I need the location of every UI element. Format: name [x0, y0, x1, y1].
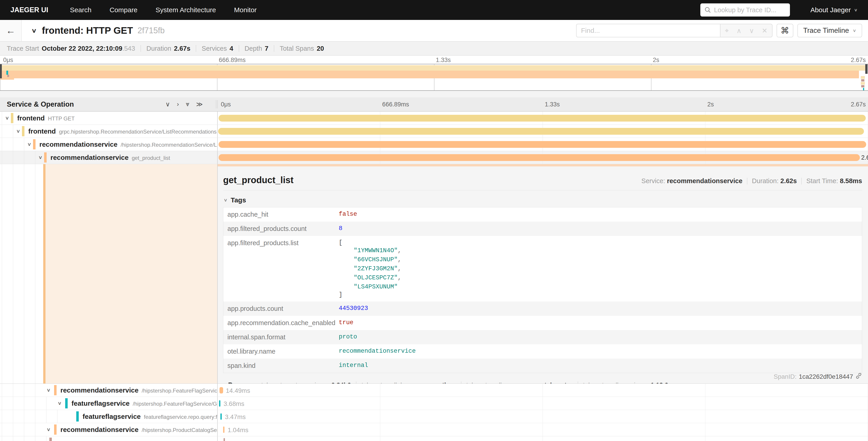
- clear-find-icon[interactable]: ✕: [762, 27, 768, 35]
- chevron-right-icon: ›: [223, 382, 225, 384]
- span-bar[interactable]: [219, 154, 860, 161]
- tags-section-header[interactable]: ∨ Tags: [223, 196, 862, 204]
- span-row[interactable]: ∨ recommendationservice/hipstershop.Feat…: [0, 384, 868, 397]
- collapse-trace-chevron-icon[interactable]: ∨: [31, 27, 37, 34]
- selected-span-accent-stripe: [43, 164, 45, 383]
- process-row[interactable]: › Process: telemetry.auto.version=0.34b0…: [223, 381, 862, 383]
- span-row-selected[interactable]: ∨ recommendationserviceget_product_list …: [0, 151, 868, 164]
- prev-match-icon[interactable]: ∧: [737, 27, 742, 35]
- minimap-left-scrub-handle[interactable]: [0, 64, 2, 78]
- trace-id-search-input[interactable]: [714, 6, 786, 14]
- span-tree-cell[interactable]: featureflagservicefeatureflagservice.rep…: [0, 410, 218, 423]
- link-icon[interactable]: [855, 373, 862, 381]
- span-tree-cell[interactable]: ∨ frontendgrpc.hipstershop.Recommendatio…: [0, 125, 218, 138]
- tick-label: 666.89ms: [382, 101, 409, 108]
- trace-start-value: October 22 2022, 22:10:09: [42, 45, 122, 52]
- span-service: featureflagservice/hipstershop.FeatureFl…: [71, 400, 218, 407]
- span-timeline-cell[interactable]: 3.68ms: [218, 397, 868, 410]
- span-duration-label: 14.49ms: [226, 387, 250, 394]
- nav-item-system-architecture[interactable]: System Architecture: [156, 6, 216, 14]
- span-row[interactable]: ∨ recommendationservice/hipstershop.Prod…: [0, 423, 868, 436]
- span-row-partial[interactable]: [0, 436, 868, 441]
- span-tree-cell[interactable]: ∨ recommendationservice/hipstershop.Prod…: [0, 423, 218, 436]
- span-tree-cell[interactable]: ∨ recommendationservice/hipstershop.Reco…: [0, 138, 218, 151]
- span-bar[interactable]: [219, 115, 866, 122]
- span-bar[interactable]: [219, 400, 220, 407]
- span-row[interactable]: featureflagservicefeatureflagservice.rep…: [0, 410, 868, 423]
- collapse-one-icon[interactable]: ∨: [165, 100, 170, 108]
- span-tree-cell[interactable]: [0, 436, 218, 441]
- span-timeline-cell[interactable]: 1.04ms: [218, 423, 868, 436]
- span-row[interactable]: ∨ recommendationservice/hipstershop.Reco…: [0, 138, 868, 151]
- span-tree-cell[interactable]: ∨ recommendationserviceget_product_list: [0, 151, 218, 164]
- span-bar[interactable]: [219, 387, 223, 393]
- trace-view-dropdown[interactable]: Trace Timeline ∨: [797, 24, 862, 37]
- span-timeline-cell[interactable]: 2.62s: [218, 151, 868, 164]
- span-bar[interactable]: [223, 427, 224, 433]
- services-label: Services: [202, 45, 227, 52]
- selected-span-accent-fill: [45, 164, 217, 383]
- span-tree-cell[interactable]: ∨ frontendHTTP GET: [0, 112, 218, 124]
- chevron-down-icon[interactable]: ∨: [27, 142, 31, 147]
- span-operation: HTTP GET: [48, 115, 75, 122]
- expand-one-icon[interactable]: ›: [177, 100, 179, 108]
- trace-minimap[interactable]: [0, 64, 868, 91]
- tag-row: app.recommendation.cache_enabled true: [223, 316, 862, 330]
- span-tree-cell[interactable]: ∨ recommendationservice/hipstershop.Feat…: [0, 384, 218, 396]
- divider: [578, 381, 578, 384]
- chevron-down-icon[interactable]: ∨: [58, 401, 62, 406]
- chevron-down-icon[interactable]: ∨: [46, 387, 51, 393]
- span-bar[interactable]: [220, 413, 222, 420]
- minimap-span-mark: [861, 79, 864, 82]
- minimap-right-scrub-handle[interactable]: [865, 64, 868, 74]
- span-service: frontendHTTP GET: [17, 114, 75, 122]
- tag-row: span.kind internal: [223, 359, 862, 373]
- nav-item-search[interactable]: Search: [70, 6, 91, 14]
- span-service: featureflagservicefeatureflagservice.rep…: [83, 413, 218, 420]
- span-operation: grpc.hipstershop.RecommendationService/L…: [59, 128, 217, 135]
- trace-view-label: Trace Timeline: [803, 27, 849, 35]
- minimap-span-mark: [861, 76, 865, 79]
- span-row[interactable]: ∨ frontendHTTP GET: [0, 112, 868, 125]
- trace-title: frontend: HTTP GET: [42, 25, 133, 36]
- chevron-down-icon[interactable]: ∨: [5, 115, 9, 121]
- minimap-span-band: [0, 65, 866, 70]
- expand-all-icon[interactable]: ≫: [196, 100, 203, 108]
- span-detail-block: get_product_list Service: recommendation…: [0, 164, 868, 384]
- detail-meta: Service: recommendationservice Duration:…: [642, 177, 862, 185]
- process-label: Process:: [228, 381, 256, 383]
- trace-summary-bar: Trace Start October 22 2022, 22:10:09 .5…: [0, 42, 868, 56]
- span-row[interactable]: ∨ featureflagservice/hipstershop.Feature…: [0, 397, 868, 410]
- chevron-down-icon[interactable]: ∨: [38, 155, 42, 160]
- span-timeline-cell[interactable]: [218, 436, 868, 441]
- collapse-all-icon[interactable]: ⩔: [186, 100, 189, 108]
- span-bar[interactable]: [219, 141, 866, 148]
- span-row[interactable]: ∨ frontendgrpc.hipstershop.Recommendatio…: [0, 125, 868, 138]
- span-timeline-cell[interactable]: [218, 112, 868, 124]
- about-jaeger-menu[interactable]: About Jaeger ∨: [810, 6, 858, 14]
- column-resize-grip[interactable]: [216, 100, 218, 109]
- focus-match-icon[interactable]: ⌖: [725, 27, 729, 35]
- span-timeline-cell[interactable]: 3.47ms: [218, 410, 868, 423]
- tag-value: false: [339, 211, 357, 218]
- nav-item-monitor[interactable]: Monitor: [234, 6, 257, 14]
- span-timeline-cell[interactable]: 14.49ms: [218, 384, 868, 396]
- span-timeline-cell[interactable]: [218, 138, 868, 151]
- span-timeline-cell[interactable]: [218, 125, 868, 138]
- span-tree-cell[interactable]: ∨ featureflagservice/hipstershop.Feature…: [0, 397, 218, 410]
- span-bar[interactable]: [218, 128, 864, 135]
- span-bar[interactable]: [223, 438, 225, 441]
- find-input[interactable]: [576, 24, 720, 37]
- chevron-down-icon: ∨: [852, 28, 856, 33]
- span-id-label: SpanID:: [774, 373, 797, 380]
- chevron-down-icon[interactable]: ∨: [46, 427, 51, 432]
- chevron-down-icon[interactable]: ∨: [16, 128, 20, 134]
- duration-label: Duration: [146, 45, 171, 52]
- nav-item-compare[interactable]: Compare: [110, 6, 137, 14]
- tick-label: 2.67s: [851, 101, 866, 108]
- next-match-icon[interactable]: ∨: [749, 27, 754, 35]
- back-button[interactable]: ←: [0, 20, 22, 41]
- keyboard-shortcuts-button[interactable]: ⌘: [777, 24, 793, 37]
- trace-id-search-box[interactable]: [700, 3, 790, 17]
- app-logo[interactable]: JAEGER UI: [10, 6, 48, 14]
